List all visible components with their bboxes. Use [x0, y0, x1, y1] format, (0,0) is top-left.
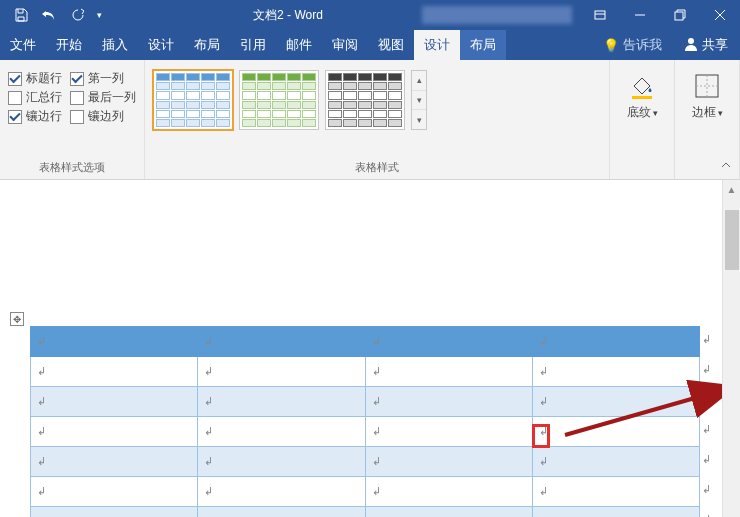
table-cell[interactable]: ↲ — [198, 507, 365, 518]
table-cell[interactable]: ↲ — [198, 327, 365, 357]
paint-bucket-icon — [626, 70, 658, 102]
svg-rect-8 — [696, 75, 718, 97]
table-cell[interactable]: ↲ — [365, 357, 532, 387]
table-cell[interactable]: ↲ — [365, 477, 532, 507]
group-table-style-options: 标题行 第一列 汇总行 最后一列 镶边行 镶边列 表格样式选项 — [0, 60, 145, 179]
tell-me-label: 告诉我 — [623, 36, 662, 54]
window-title: 文档2 - Word — [114, 7, 422, 24]
table-cell[interactable]: ↲ — [31, 357, 198, 387]
checkbox-total-row[interactable]: 汇总行 — [8, 89, 62, 106]
table-cell[interactable]: ↲↲ — [532, 327, 699, 357]
tab-file[interactable]: 文件 — [0, 30, 46, 60]
chevron-down-icon: ▾ — [718, 108, 723, 118]
row-end-mark: ↲ — [702, 453, 711, 466]
ribbon-display-button[interactable] — [580, 0, 620, 30]
chevron-up-icon: ▴ — [412, 71, 426, 91]
table-cell[interactable]: ↲↲ — [532, 387, 699, 417]
table-row[interactable]: ↲↲↲↲↲ — [31, 387, 700, 417]
save-button[interactable] — [8, 3, 34, 27]
table-cell[interactable]: ↲ — [365, 327, 532, 357]
title-bar: ▾ 文档2 - Word — [0, 0, 740, 30]
table-style-thumb-green[interactable] — [239, 70, 319, 130]
table-cell[interactable]: ↲ — [198, 417, 365, 447]
table-cell[interactable]: ↲↲ — [532, 477, 699, 507]
tab-layout[interactable]: 布局 — [184, 30, 230, 60]
group-shading: 底纹▾ — [610, 60, 675, 179]
row-end-mark: ↲ — [702, 393, 711, 406]
table-cell[interactable]: ↲ — [198, 387, 365, 417]
borders-icon — [691, 70, 723, 102]
table-cell[interactable]: ↲↲ — [532, 417, 699, 447]
borders-button[interactable]: 边框▾ — [683, 64, 731, 121]
checkbox-banded-rows[interactable]: 镶边行 — [8, 108, 62, 125]
gallery-expand-button[interactable]: ▴ ▾ ▾ — [411, 70, 427, 130]
tab-references[interactable]: 引用 — [230, 30, 276, 60]
tab-view[interactable]: 视图 — [368, 30, 414, 60]
svg-point-6 — [688, 38, 694, 44]
table-cell[interactable]: ↲↲ — [532, 507, 699, 518]
tab-review[interactable]: 审阅 — [322, 30, 368, 60]
share-label: 共享 — [702, 36, 728, 54]
table-move-handle[interactable]: ✥ — [10, 312, 24, 326]
table-cell[interactable]: ↲ — [31, 387, 198, 417]
tab-design[interactable]: 设计 — [138, 30, 184, 60]
table-cell[interactable]: ↲ — [198, 477, 365, 507]
table-cell[interactable]: ↲ — [365, 387, 532, 417]
table-cell[interactable]: ↲↲ — [532, 447, 699, 477]
chevron-down-icon: ▾ — [653, 108, 658, 118]
document-table[interactable]: ↲↲↲↲↲↲↲↲↲↲↲↲↲↲↲↲↲↲↲↲↲↲↲↲↲↲↲↲↲↲↲↲↲↲↲ — [30, 326, 700, 517]
undo-button[interactable] — [36, 3, 62, 27]
checkbox-first-column[interactable]: 第一列 — [70, 70, 124, 87]
table-cell[interactable]: ↲ — [198, 357, 365, 387]
table-cell[interactable]: ↲ — [198, 447, 365, 477]
table-cell[interactable]: ↲ — [31, 327, 198, 357]
close-button[interactable] — [700, 0, 740, 30]
checkbox-banded-columns[interactable]: 镶边列 — [70, 108, 124, 125]
table-cell[interactable]: ↲ — [31, 477, 198, 507]
tab-table-layout[interactable]: 布局 — [460, 30, 506, 60]
document-area[interactable]: ✥ ↲↲↲↲↲↲↲↲↲↲↲↲↲↲↲↲↲↲↲↲↲↲↲↲↲↲↲↲↲↲↲↲↲↲↲ ▲ — [0, 180, 740, 517]
table-cell[interactable]: ↲ — [365, 417, 532, 447]
table-row[interactable]: ↲↲↲↲↲ — [31, 507, 700, 518]
table-style-thumb-blue[interactable] — [153, 70, 233, 130]
quick-access-toolbar: ▾ — [0, 3, 114, 27]
table-cell[interactable]: ↲ — [31, 447, 198, 477]
table-cell[interactable]: ↲↲ — [532, 357, 699, 387]
table-style-gallery[interactable]: ▴ ▾ ▾ — [153, 64, 601, 130]
table-row[interactable]: ↲↲↲↲↲ — [31, 417, 700, 447]
table-cell[interactable]: ↲ — [365, 447, 532, 477]
tab-table-design[interactable]: 设计 — [414, 30, 460, 60]
redo-button[interactable] — [64, 3, 90, 27]
checkbox-last-column[interactable]: 最后一列 — [70, 89, 136, 106]
row-end-mark: ↲ — [702, 513, 711, 517]
scroll-up-icon[interactable]: ▲ — [723, 180, 740, 198]
chevron-down-icon: ▾ — [412, 91, 426, 111]
share-button[interactable]: 共享 — [672, 30, 740, 60]
vertical-scrollbar[interactable]: ▲ — [722, 180, 740, 517]
table-row[interactable]: ↲↲↲↲↲ — [31, 327, 700, 357]
group-label-style-options: 表格样式选项 — [8, 158, 136, 177]
account-area[interactable] — [422, 6, 572, 24]
minimize-button[interactable] — [620, 0, 660, 30]
tab-mailings[interactable]: 邮件 — [276, 30, 322, 60]
restore-button[interactable] — [660, 0, 700, 30]
row-end-mark: ↲ — [702, 333, 711, 346]
table-cell[interactable]: ↲ — [365, 507, 532, 518]
shading-button[interactable]: 底纹▾ — [618, 64, 666, 121]
table-cell[interactable]: ↲ — [31, 417, 198, 447]
checkbox-header-row[interactable]: 标题行 — [8, 70, 62, 87]
table-style-thumb-dark[interactable] — [325, 70, 405, 130]
qat-customize-icon[interactable]: ▾ — [92, 3, 106, 27]
row-end-mark: ↲ — [702, 423, 711, 436]
table-row[interactable]: ↲↲↲↲↲ — [31, 357, 700, 387]
person-icon — [684, 37, 698, 54]
tab-home[interactable]: 开始 — [46, 30, 92, 60]
row-end-mark: ↲ — [702, 483, 711, 496]
table-row[interactable]: ↲↲↲↲↲ — [31, 447, 700, 477]
table-row[interactable]: ↲↲↲↲↲ — [31, 477, 700, 507]
collapse-ribbon-button[interactable] — [720, 157, 732, 175]
tab-insert[interactable]: 插入 — [92, 30, 138, 60]
tell-me-input[interactable]: 💡 告诉我 — [593, 30, 672, 60]
scroll-thumb[interactable] — [725, 210, 739, 270]
table-cell[interactable]: ↲ — [31, 507, 198, 518]
